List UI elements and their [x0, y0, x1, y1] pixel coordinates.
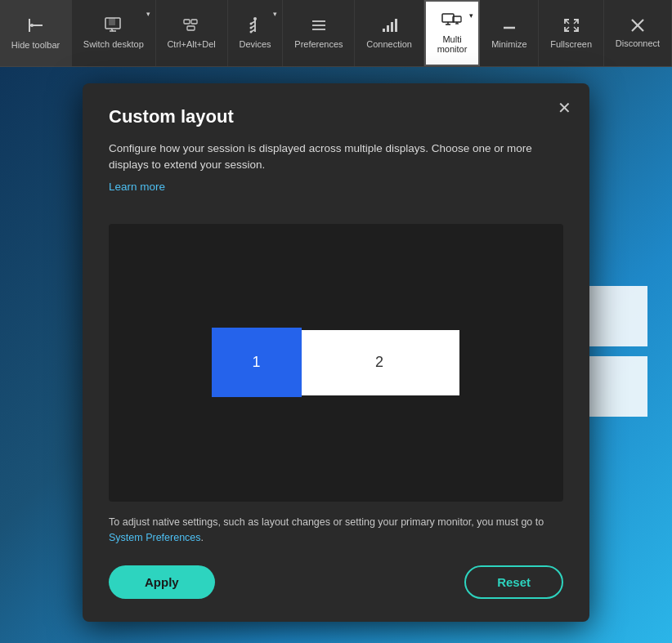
display-2[interactable]: 2 — [300, 330, 459, 395]
svg-rect-26 — [387, 25, 389, 32]
disconnect-label: Disconnect — [616, 38, 660, 48]
fullscreen-label: Fullscreen — [550, 39, 592, 49]
svg-rect-27 — [391, 22, 393, 32]
devices-caret: ▾ — [273, 10, 277, 18]
disconnect-icon — [630, 18, 645, 35]
svg-rect-11 — [184, 20, 190, 24]
display-1-label: 1 — [252, 354, 260, 371]
display-2-label: 2 — [375, 354, 383, 371]
modal-description: Configure how your session is displayed … — [109, 141, 563, 174]
system-preferences-link[interactable]: System Preferences — [109, 532, 201, 543]
multi-monitor-caret: ▾ — [469, 11, 473, 20]
switch-desktop-label: Switch desktop — [83, 39, 144, 49]
toolbar-item-connection[interactable]: Connection — [355, 0, 423, 66]
svg-rect-29 — [442, 14, 454, 22]
display-1[interactable]: 1 — [212, 328, 302, 397]
devices-icon — [248, 17, 262, 36]
svg-point-20 — [250, 27, 253, 29]
note-text: To adjust native settings, such as layou… — [109, 515, 563, 547]
switch-desktop-caret: ▾ — [146, 10, 150, 18]
displays-container: 1 2 — [212, 328, 461, 397]
connection-icon — [380, 17, 398, 36]
svg-point-19 — [250, 23, 253, 25]
ctrl-alt-del-label: Ctrl+Alt+Del — [167, 39, 215, 49]
svg-rect-8 — [109, 18, 115, 25]
devices-label: Devices — [239, 39, 271, 49]
minimize-label: Minimize — [491, 39, 526, 49]
toolbar-item-ctrl-alt-del[interactable]: Ctrl+Alt+Del — [156, 0, 228, 66]
fullscreen-icon — [562, 17, 580, 36]
switch-desktop-icon — [105, 17, 123, 36]
minimize-icon — [500, 17, 518, 36]
toolbar-item-fullscreen[interactable]: Fullscreen — [539, 0, 603, 66]
svg-rect-25 — [383, 29, 385, 32]
toolbar-item-hide-toolbar[interactable]: Hide toolbar — [0, 0, 72, 66]
toolbar-item-minimize[interactable]: Minimize — [480, 0, 539, 66]
ctrl-alt-del-icon — [182, 17, 200, 36]
svg-rect-28 — [395, 19, 397, 32]
svg-rect-13 — [187, 26, 195, 30]
learn-more-link[interactable]: Learn more — [109, 181, 165, 193]
toolbar-item-devices[interactable]: Devices ▾ — [228, 0, 284, 66]
display-area: 1 2 — [109, 224, 563, 502]
connection-label: Connection — [366, 39, 412, 49]
modal-title: Custom layout — [109, 106, 563, 127]
modal-close-button[interactable]: ✕ — [554, 96, 575, 119]
toolbar: Hide toolbar Switch desktop ▾ Ctrl+Alt+D… — [0, 0, 672, 67]
toolbar-item-switch-desktop[interactable]: Switch desktop ▾ — [72, 0, 156, 66]
reset-button[interactable]: Reset — [464, 565, 563, 599]
preferences-label: Preferences — [294, 39, 343, 49]
modal-footer: Apply Reset — [109, 565, 563, 599]
multi-monitor-label: Multimonitor — [437, 34, 468, 54]
custom-layout-modal: ✕ Custom layout Configure how your sessi… — [83, 83, 589, 622]
svg-point-21 — [250, 31, 253, 33]
svg-point-18 — [253, 17, 257, 20]
toolbar-item-preferences[interactable]: Preferences — [283, 0, 355, 66]
apply-button[interactable]: Apply — [109, 565, 215, 599]
hide-toolbar-icon — [27, 16, 45, 37]
svg-rect-12 — [191, 20, 197, 24]
preferences-icon — [310, 17, 328, 36]
toolbar-item-disconnect[interactable]: Disconnect — [604, 0, 672, 66]
toolbar-item-multi-monitor[interactable]: Multimonitor ▾ — [424, 0, 480, 66]
hide-toolbar-label: Hide toolbar — [11, 40, 60, 50]
modal-overlay: ✕ Custom layout Configure how your sessi… — [0, 67, 672, 643]
multi-monitor-icon — [441, 12, 463, 31]
